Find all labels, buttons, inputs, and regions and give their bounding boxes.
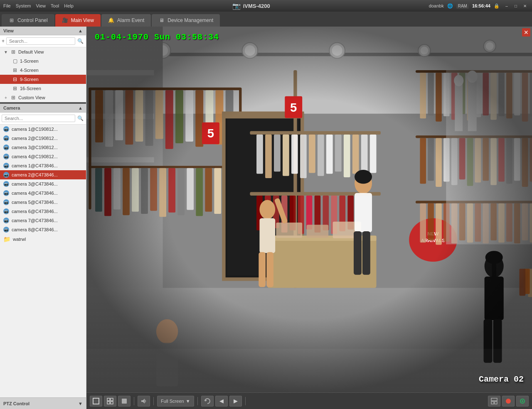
view-search-button[interactable]: 🔍 [76,37,84,45]
single-screen-button[interactable] [90,396,102,407]
tab-main-view[interactable]: 🎥 Main View [55,14,101,27]
cam-icon-10: 📷 [3,208,9,214]
sidebar: View ▲ + 🔍 ▼ ⊞ Default View ▢ 1-Screen [0,27,86,409]
camera-item-5[interactable]: 📷 camera 1@C473846... [0,161,86,170]
cam-icon-2: 📷 [3,135,9,141]
camera-collapse-icon[interactable]: ▲ [78,105,83,110]
cam-label-5: camera 1@C473846... [12,163,58,168]
tab-bar: ⊞ Control Panel 🎥 Main View 🔔 Alarm Even… [0,12,532,27]
cam-label-10: camera 6@C473846... [12,209,58,214]
menu-tool[interactable]: Tool [51,3,59,8]
cam-label-4: camera 4@C190812... [12,154,58,159]
1screen-tb-icon [93,398,99,404]
add-view-icon[interactable]: + [2,38,5,44]
camera-item-11[interactable]: 📷 camera 7@C473846... [0,216,86,225]
tree-default-view-expand[interactable]: ▼ ⊞ Default View [0,47,86,56]
minimize-button[interactable]: – [503,2,510,9]
app-title: 📷 iVMS-4200 [232,2,270,10]
tab-control-panel[interactable]: ⊞ Control Panel [2,14,54,27]
svg-point-186 [522,400,523,402]
tree-custom-view[interactable]: + ⊞ Custom View [0,93,86,102]
menu-help[interactable]: Help [64,3,74,8]
camera-search-input[interactable] [2,115,75,122]
folder-watrwl[interactable]: 📁 watrwl [0,234,86,244]
maximize-button[interactable]: □ [512,2,520,9]
camera-item-12[interactable]: 📷 camera 8@C473846... [0,225,86,234]
alarm-icon: 🔔 [108,17,115,24]
ptz-title: PTZ Control [3,401,30,406]
menu-system[interactable]: System [16,3,31,8]
svg-rect-175 [111,398,113,401]
content-area: 5 [86,27,532,409]
ptz-header: PTZ Control ▼ [0,397,86,409]
video-timestamp: 01-04-1970 Sun 03:58:34 [95,32,219,42]
menu-file[interactable]: File [3,3,11,8]
4screen-label: 4-Screen [20,68,39,73]
camera-item-6[interactable]: 📷 camera 2@C473846... [0,170,86,179]
layout-button[interactable] [488,396,500,407]
4screen-tb-icon [107,398,113,404]
cam-label-8: camera 4@C473846... [12,191,58,196]
lock-icon: 🔒 [494,3,500,9]
cam-label-9: camera 5@C473846... [12,200,58,205]
svg-rect-174 [107,398,110,401]
prev-button[interactable]: ◀ [215,396,228,407]
camera-search-button[interactable]: 🔍 [76,114,84,122]
cam-label-1: camera 1@C190812... [12,127,58,132]
folder-icon: 📁 [3,236,10,242]
stop-icon [121,398,127,404]
tab-device-management-label: Device Management [167,17,213,23]
view-title: View [3,28,14,33]
tab-alarm-event-label: Alarm Event [117,17,144,23]
view-search-input[interactable] [6,37,75,45]
tree-4screen[interactable]: ⊞ 4-Screen [0,66,86,75]
tree-9screen[interactable]: ⊟ 9-Screen [0,75,86,84]
view-header: View ▲ [0,27,86,35]
record-icon [505,398,512,404]
dropdown-arrow-icon: ▼ [186,399,190,404]
toolbar-separator-3 [197,397,198,405]
next-button[interactable]: ▶ [229,396,242,407]
tab-main-view-label: Main View [71,17,94,23]
camera-item-10[interactable]: 📷 camera 6@C473846... [0,207,86,216]
snapshot-button[interactable] [516,396,529,407]
camera-item-8[interactable]: 📷 camera 4@C473846... [0,189,86,198]
toolbar-separator-4 [245,397,246,405]
tab-device-management[interactable]: 🖥 Device Management [152,14,220,27]
title-bar-right: doanbk 🌐 RAM 16:56:44 🔒 – □ ✕ [429,2,529,9]
camera-item-4[interactable]: 📷 camera 4@C190812... [0,152,86,161]
camera-header: Camera ▲ [0,104,86,113]
video-close-button[interactable]: ✕ [522,28,530,37]
camera-item-3[interactable]: 📷 camera 3@C190812... [0,143,86,152]
cctv-feed: 5 [86,27,532,392]
camera-list: 📷 camera 1@C190812... 📷 camera 2@C190812… [0,125,86,397]
stop-button[interactable] [118,396,131,407]
camera-item-7[interactable]: 📷 camera 3@C473846... [0,179,86,189]
ptz-expand-icon[interactable]: ▼ [78,401,83,406]
1screen-label: 1-Screen [20,59,39,64]
view-collapse-icon[interactable]: ▲ [78,28,83,33]
control-panel-icon: ⊞ [8,17,15,24]
volume-button[interactable] [138,396,150,407]
menu-view[interactable]: View [36,3,46,8]
camera-section: Camera ▲ 🔍 📷 camera 1@C190812... 📷 camer… [0,104,86,397]
camera-item-1[interactable]: 📷 camera 1@C190812... [0,125,86,134]
refresh-button[interactable] [201,396,214,407]
close-button[interactable]: ✕ [521,2,529,9]
tab-alarm-event[interactable]: 🔔 Alarm Event [101,14,151,27]
svg-rect-177 [111,402,113,404]
tree-16screen[interactable]: ⊞ 16-Screen [0,84,86,93]
video-area: 5 [86,27,532,392]
quad-screen-button[interactable] [104,396,116,407]
1screen-icon: ▢ [12,58,18,64]
record-button[interactable] [502,396,515,407]
16screen-icon: ⊞ [12,85,18,92]
camera-item-9[interactable]: 📷 camera 5@C473846... [0,198,86,207]
fullscreen-dropdown[interactable]: Full Screen ▼ [157,396,194,407]
tree-1screen[interactable]: ▢ 1-Screen [0,56,86,66]
cam-icon-1: 📷 [3,126,9,132]
cam-label-3: camera 3@C190812... [12,145,58,150]
fullscreen-label: Full Screen [161,399,184,404]
camera-item-2[interactable]: 📷 camera 2@C190812... [0,134,86,143]
camera-search-bar: 🔍 [0,113,86,125]
